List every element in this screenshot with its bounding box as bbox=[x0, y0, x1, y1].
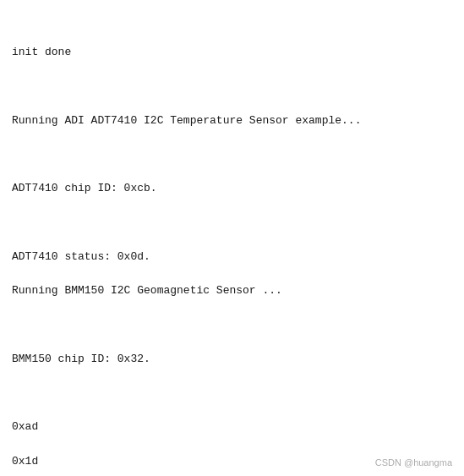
terminal-line: init done bbox=[12, 44, 452, 61]
terminal-line bbox=[12, 317, 452, 334]
terminal-line bbox=[12, 146, 452, 163]
terminal-line bbox=[12, 215, 452, 232]
terminal-line: ADT7410 status: 0x0d. bbox=[12, 249, 452, 265]
terminal-line: BMM150 chip ID: 0x32. bbox=[12, 351, 452, 368]
terminal-line: Running ADI ADT7410 I2C Temperature Sens… bbox=[12, 112, 452, 129]
terminal-container: init done Running ADI ADT7410 I2C Temper… bbox=[0, 0, 464, 476]
terminal-line bbox=[12, 79, 452, 96]
terminal-line: Running BMM150 I2C Geomagnetic Sensor ..… bbox=[12, 282, 452, 299]
terminal-line: 0xad bbox=[12, 419, 452, 435]
terminal-line: ADT7410 chip ID: 0xcb. bbox=[12, 180, 452, 197]
terminal-output: init done Running ADI ADT7410 I2C Temper… bbox=[12, 10, 452, 476]
watermark: CSDN @huangma bbox=[375, 457, 452, 468]
terminal-line bbox=[12, 385, 452, 402]
